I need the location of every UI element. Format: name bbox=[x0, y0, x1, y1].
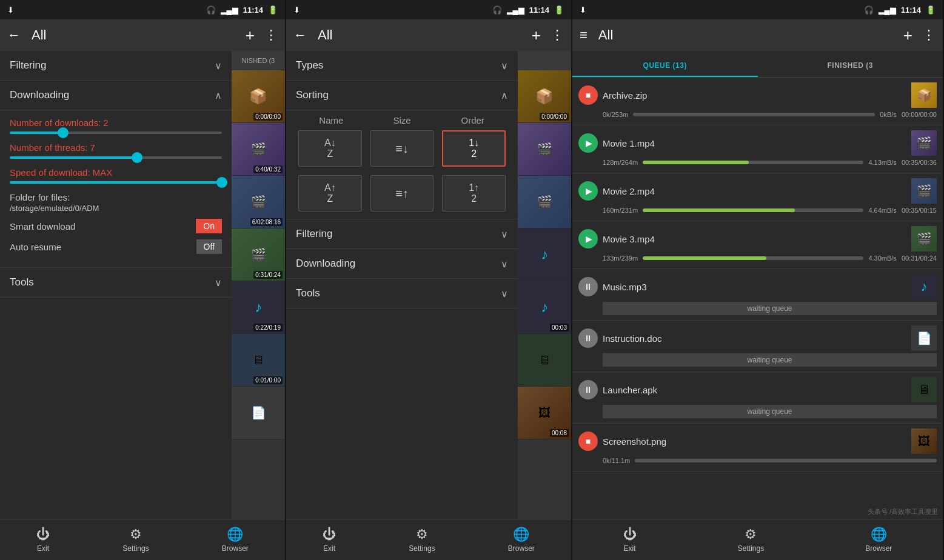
filtering-label: Filtering bbox=[10, 59, 46, 72]
more-button-2[interactable]: ⋮ bbox=[551, 27, 564, 43]
sort-order-desc[interactable]: 1↓ 2 bbox=[442, 130, 506, 167]
strip-item-4: ♪ 0:22/0:19 bbox=[232, 281, 285, 334]
speed-thumb[interactable] bbox=[216, 177, 227, 188]
sort-name-desc[interactable]: A↓ Z bbox=[298, 130, 362, 167]
gear-icon-3: ⚙ bbox=[745, 527, 757, 542]
play-icon-movie2[interactable]: ▶ bbox=[578, 181, 598, 201]
exit-label-1: Exit bbox=[37, 544, 49, 553]
sort-size-asc[interactable]: ≡↑ bbox=[370, 175, 434, 212]
exit-button-1[interactable]: ⏻ Exit bbox=[36, 527, 50, 553]
play-icon-movie3[interactable]: ▶ bbox=[578, 229, 598, 248]
types-header[interactable]: Types ∨ bbox=[286, 51, 518, 81]
back-button-2[interactable]: ← bbox=[293, 27, 307, 43]
stop-icon-archive[interactable]: ■ bbox=[578, 85, 598, 105]
downloading-header[interactable]: Downloading ∧ bbox=[0, 81, 232, 110]
stop-icon-screenshot[interactable]: ■ bbox=[578, 432, 598, 451]
video-thumb-movie2: 🎬 bbox=[911, 178, 937, 204]
sort-order-asc[interactable]: 1↑ 2 bbox=[442, 175, 506, 212]
film-strip-icon-3: 🎬 bbox=[251, 247, 266, 262]
add-button-1[interactable]: + bbox=[246, 26, 255, 45]
waiting-instruction: waiting queue bbox=[603, 353, 937, 367]
strip2-item-4: ♪ 00:03 bbox=[518, 281, 571, 334]
add-button-2[interactable]: + bbox=[532, 26, 541, 45]
exit-label-3: Exit bbox=[624, 544, 636, 553]
downloading2-label: Downloading bbox=[296, 258, 355, 270]
sizes-movie3: 133m/239m bbox=[603, 255, 638, 262]
signal-icon-3: ▂▄▆ bbox=[879, 5, 896, 15]
strip-item-3: 🎬 0:31/0:24 bbox=[232, 228, 285, 281]
num-downloads-value: 2 bbox=[103, 118, 108, 128]
exit-button-3[interactable]: ⏻ Exit bbox=[623, 527, 637, 553]
finished-tab-strip: NISHED (3 bbox=[232, 51, 285, 70]
tools2-header[interactable]: Tools ∨ bbox=[286, 279, 518, 308]
filtering-header[interactable]: Filtering ∨ bbox=[0, 51, 232, 81]
sort-name-asc[interactable]: A↑ Z bbox=[298, 175, 362, 212]
sorting-header[interactable]: Sorting ∧ bbox=[286, 81, 518, 110]
list-item: ▶ Movie 1.mp4 🎬 128m/264m 4.13mB/s 00:35… bbox=[572, 125, 943, 173]
list-item: ⏸ Launcher.apk 🖥 waiting queue bbox=[572, 372, 943, 424]
play-icon-movie1[interactable]: ▶ bbox=[578, 133, 598, 153]
num-threads-track[interactable] bbox=[10, 156, 222, 159]
music-strip-icon: ♪ bbox=[255, 299, 262, 316]
watermark: 头条号 /高效率工具搜里 bbox=[868, 507, 938, 516]
downloading2-header[interactable]: Downloading ∨ bbox=[286, 249, 518, 279]
more-button-3[interactable]: ⋮ bbox=[922, 27, 936, 43]
settings-button-3[interactable]: ⚙ Settings bbox=[738, 527, 764, 553]
progress-fill-movie1 bbox=[643, 161, 749, 164]
bottom-bar-3: ⏻ Exit ⚙ Settings 🌐 Browser bbox=[572, 519, 943, 560]
sort-size-desc[interactable]: ≡↓ bbox=[370, 130, 434, 167]
num-threads-label: Number of threads: 7 bbox=[10, 142, 222, 153]
settings-button-1[interactable]: ⚙ Settings bbox=[122, 527, 149, 553]
settings-label-1: Settings bbox=[122, 544, 149, 553]
filtering2-header[interactable]: Filtering ∨ bbox=[286, 219, 518, 249]
auto-resume-toggle[interactable]: Off bbox=[196, 239, 222, 254]
dl-name-archive: Archive.zip bbox=[603, 90, 906, 101]
page-title-1: All bbox=[32, 27, 239, 43]
progress-bar-screenshot bbox=[635, 459, 937, 462]
tab-finished[interactable]: FINISHED (3 bbox=[758, 55, 943, 77]
sort-col-name: Name bbox=[296, 115, 367, 125]
sort-col-order: Order bbox=[437, 115, 508, 125]
num-threads-thumb[interactable] bbox=[132, 152, 142, 163]
num-threads-value: 7 bbox=[90, 142, 95, 153]
exit-button-2[interactable]: ⏻ Exit bbox=[323, 527, 336, 553]
auto-resume-row: Auto resume Off bbox=[10, 239, 222, 254]
browser-button-1[interactable]: 🌐 Browser bbox=[222, 527, 249, 553]
right-strip-2: 📦 0:00/0:00 🎬 🎬 ♪ ♪ bbox=[518, 51, 571, 519]
monitor-thumb: 🖥 bbox=[911, 377, 937, 402]
list-item: ■ Archive.zip 📦 0k/253m 0kB/s 00:00/00:0… bbox=[572, 78, 943, 125]
pause-icon-music[interactable]: ⏸ bbox=[578, 277, 598, 296]
top-bar-1: ← All + ⋮ bbox=[0, 19, 285, 51]
smart-download-row: Smart download On bbox=[10, 219, 222, 233]
settings-label-3: Settings bbox=[738, 544, 764, 553]
pause-icon-instruction[interactable]: ⏸ bbox=[578, 328, 598, 348]
strip-item-6: 📄 bbox=[232, 387, 285, 439]
tools-header[interactable]: Tools ∨ bbox=[0, 268, 232, 298]
add-button-3[interactable]: + bbox=[903, 26, 912, 45]
globe-icon-2: 🌐 bbox=[513, 527, 529, 542]
download-list: ■ Archive.zip 📦 0k/253m 0kB/s 00:00/00:0… bbox=[572, 78, 943, 519]
browser-button-2[interactable]: 🌐 Browser bbox=[508, 527, 535, 553]
back-button-1[interactable]: ← bbox=[7, 27, 21, 43]
browser-button-3[interactable]: 🌐 Browser bbox=[865, 527, 892, 553]
dl-name-music: Music.mp3 bbox=[603, 282, 906, 292]
more-button-1[interactable]: ⋮ bbox=[264, 27, 278, 43]
dl-name-screenshot: Screenshot.png bbox=[603, 436, 906, 447]
waiting-launcher: waiting queue bbox=[603, 405, 937, 418]
num-downloads-label: Number of downloads: 2 bbox=[10, 118, 222, 128]
tab-queue[interactable]: QUEUE (13) bbox=[572, 55, 758, 77]
pause-icon-launcher[interactable]: ⏸ bbox=[578, 380, 598, 399]
sizes-archive: 0k/253m bbox=[603, 111, 628, 118]
filtering-chevron: ∨ bbox=[215, 60, 222, 72]
num-downloads-track[interactable] bbox=[10, 132, 222, 134]
list-item: ▶ Movie 3.mp4 🎬 133m/239m 4.30mB/s 00:31… bbox=[572, 221, 943, 269]
status-bar-2: ⬇ 🎧 ▂▄▆ 11:14 🔋 bbox=[286, 0, 571, 19]
settings-button-2[interactable]: ⚙ Settings bbox=[409, 527, 435, 553]
strip2-item-5: 🖥 bbox=[518, 334, 571, 387]
num-downloads-thumb[interactable] bbox=[58, 127, 69, 138]
doc-strip-icon: 📄 bbox=[251, 405, 266, 420]
speed-track[interactable] bbox=[10, 181, 222, 184]
menu-button-3[interactable]: ≡ bbox=[580, 27, 587, 43]
sorting-label: Sorting bbox=[296, 89, 329, 101]
smart-download-toggle[interactable]: On bbox=[196, 219, 222, 233]
